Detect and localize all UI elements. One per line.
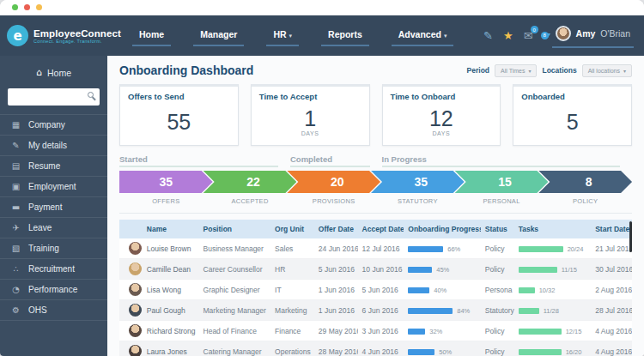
- funnel-group-underline: [119, 166, 278, 167]
- sidebar-item-company[interactable]: ▦Company: [0, 114, 107, 135]
- cell-name: Laura Jones: [143, 341, 199, 356]
- id-card-icon: ✎: [10, 141, 21, 150]
- pencil-icon[interactable]: ✎: [483, 30, 493, 41]
- cell-name: Richard Strong: [143, 321, 199, 341]
- sidebar-item-performance[interactable]: ◔Performance: [0, 279, 107, 299]
- cell-start-date: 4 Aug 2016: [591, 321, 632, 341]
- cell-progress: 45%: [404, 259, 481, 280]
- document-icon: ▤: [10, 161, 21, 171]
- col-header-status: Status: [481, 220, 514, 238]
- locations-label: Locations: [542, 66, 576, 75]
- table-scrollbar[interactable]: [629, 221, 632, 252]
- plane-icon: ✈: [10, 223, 21, 232]
- kpi-value: 55: [167, 112, 191, 133]
- funnel-stage-label: PERSONAL: [455, 197, 549, 205]
- progress-label: 40%: [434, 287, 447, 294]
- sidebar-item-home[interactable]: ⌂ Home: [0, 56, 107, 86]
- funnel-stage-value: 35: [160, 175, 173, 189]
- nav-item-home[interactable]: Home: [132, 26, 171, 46]
- nav-item-reports[interactable]: Reports: [321, 26, 369, 46]
- cell-accept-date: 3 Jun 2016: [358, 321, 404, 341]
- cell-tasks: 20/24: [514, 238, 592, 259]
- col-header-onboarding-progress: Onboarding Progress: [404, 220, 481, 238]
- chevron-down-icon: ▾: [289, 33, 293, 39]
- nav-item-manager[interactable]: Manager: [193, 26, 244, 46]
- table-row[interactable]: Camille DeanCareer CounsellorHR5 Jun 201…: [119, 259, 632, 280]
- col-header-tasks: Tasks: [514, 220, 592, 238]
- tasks-bar: [519, 329, 562, 335]
- pencil-icon-glyph: ✎: [483, 29, 493, 42]
- kpi-body: 5: [513, 103, 631, 141]
- sidebar-item-ohs[interactable]: ⚙OHS: [0, 299, 107, 321]
- table-row[interactable]: Paul GoughMarketing ManagerMarketing1 Ju…: [119, 300, 632, 321]
- sidebar-menu: ▦Company✎My details▤Resume▣Employment▬Pa…: [0, 114, 107, 321]
- progress-label: 50%: [439, 348, 452, 356]
- nav-item-hr[interactable]: HR▾: [266, 26, 299, 46]
- table-row[interactable]: Louise BrownBusiness ManagerSales24 Jun …: [119, 238, 632, 259]
- chevron-down-icon: ▾: [623, 68, 626, 74]
- col-header-name: Name: [143, 220, 199, 238]
- kpi-title: Time to Accept: [252, 87, 369, 103]
- sidebar-item-my-details[interactable]: ✎My details: [0, 135, 107, 155]
- cell-name: Camille Dean: [143, 259, 199, 280]
- star-icon-glyph: ★: [503, 29, 513, 42]
- progress-label: 45%: [436, 266, 449, 274]
- cell-status: Statutory: [481, 300, 514, 321]
- sidebar-item-resume[interactable]: ▤Resume: [0, 155, 107, 176]
- search-icon[interactable]: [88, 92, 94, 98]
- star-icon[interactable]: ★: [503, 30, 513, 41]
- locations-select[interactable]: All locations ▾: [582, 64, 632, 77]
- sidebar-item-payment[interactable]: ▬Payment: [0, 196, 107, 217]
- kpi-card-3: Time to Onboard12DAYS: [382, 84, 501, 146]
- kpi-body: 55: [120, 103, 238, 141]
- window-button-minimize[interactable]: [24, 4, 30, 10]
- sidebar-item-training[interactable]: ▧Training: [0, 238, 107, 258]
- table-row[interactable]: Lisa WongGraphic DesignerIT1 Jun 20165 J…: [119, 280, 632, 300]
- employee-avatar: [129, 304, 142, 317]
- period-select[interactable]: All Times ▾: [495, 64, 537, 77]
- window-button-maximize[interactable]: [36, 4, 42, 10]
- nav-item-label: Home: [139, 29, 164, 39]
- tasks-label: 10/32: [539, 287, 556, 294]
- cell-avatar: [119, 341, 143, 356]
- col-header-org-unit: Org Unit: [270, 220, 314, 238]
- kpi-value: 5: [567, 112, 579, 133]
- sidebar-item-leave[interactable]: ✈Leave: [0, 217, 107, 238]
- cell-position: Career Counsellor: [199, 259, 271, 280]
- locations-value: All locations: [588, 68, 620, 74]
- cell-start-date: 30 Jul 2016: [591, 259, 632, 280]
- cell-status: Policy: [481, 259, 514, 280]
- kpi-title: Offers to Send: [120, 87, 238, 103]
- progress-bar: [408, 308, 453, 314]
- cell-progress: 40%: [404, 280, 481, 300]
- sidebar-item-recruitment[interactable]: ∴Recruitment: [0, 258, 107, 279]
- sidebar-item-employment[interactable]: ▣Employment: [0, 176, 107, 196]
- search-input[interactable]: [8, 88, 100, 106]
- brand[interactable]: e EmployeeConnect Connect. Engage. Trans…: [0, 25, 110, 46]
- main-content: Onboarding Dashboard Period All Times ▾ …: [107, 56, 644, 356]
- nav-item-advanced[interactable]: Advanced▾: [392, 26, 454, 46]
- cell-start-date: 28 Jul 2016: [591, 300, 632, 321]
- table-row[interactable]: Richard StrongHead of FinanceFinance29 M…: [119, 321, 632, 341]
- funnel-group-labels: StartedCompletedIn Progress: [119, 154, 632, 167]
- cell-progress: 50%: [404, 341, 481, 356]
- cell-offer-date: 5 Jun 2016: [314, 259, 358, 280]
- kpi-card-2: Time to Accept1DAYS: [251, 84, 370, 146]
- cell-accept-date: 12 Jul 2016: [358, 238, 404, 259]
- user-menu[interactable]: Amy O'Brian: [552, 23, 634, 48]
- window-button-close[interactable]: [12, 4, 18, 10]
- cell-accept-date: 6 Jun 2016: [358, 300, 404, 321]
- table-row[interactable]: Laura JonesCatering ManagerOperations28 …: [119, 341, 632, 356]
- progress-bar: [408, 349, 434, 355]
- cell-status: Policy: [481, 321, 514, 341]
- sidebar-home-label: Home: [47, 68, 71, 78]
- kpi-unit: DAYS: [301, 130, 319, 136]
- employee-avatar: [129, 283, 142, 296]
- cell-offer-date: 28 May 2016: [314, 341, 358, 356]
- cell-position: Marketing Manager: [199, 300, 271, 321]
- messages-icon[interactable]: ✉0: [524, 30, 533, 41]
- tasks-bar: [519, 287, 535, 293]
- kpi-body: 1DAYS: [252, 103, 369, 141]
- onboarding-funnel: StartedCompletedIn Progress 35OFFERS22AC…: [119, 154, 632, 205]
- cell-position: Catering Manager: [199, 341, 271, 356]
